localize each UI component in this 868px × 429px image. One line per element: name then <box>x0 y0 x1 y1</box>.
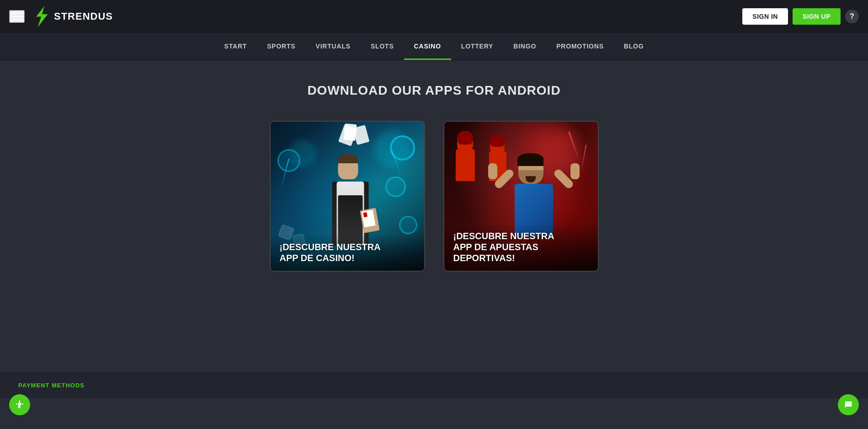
svg-point-2 <box>846 403 847 404</box>
logo-text: STRENDUS <box>54 11 113 22</box>
signin-button[interactable]: SIGN IN <box>742 8 788 25</box>
hamburger-menu[interactable] <box>9 10 25 23</box>
svg-point-3 <box>848 403 849 404</box>
casino-app-card[interactable]: ♥ ¡DESCUBRE NUESTRA APP DE CASINO! <box>270 121 425 272</box>
nav-item-promotions[interactable]: PROMOTIONS <box>546 32 614 60</box>
svg-point-1 <box>19 401 21 402</box>
sports-app-card[interactable]: ¡DESCUBRE NUESTRA APP DE APUESTAS DEPORT… <box>443 121 599 272</box>
help-button[interactable]: ? <box>845 10 859 23</box>
sports-card-label: ¡DESCUBRE NUESTRA APP DE APUESTAS DEPORT… <box>444 223 598 271</box>
header-right: SIGN IN SIGN UP ? <box>742 8 859 25</box>
nav-item-lottery[interactable]: LOTTERY <box>451 32 503 60</box>
accessibility-button[interactable] <box>9 394 30 415</box>
nav-item-sports[interactable]: SPORTS <box>257 32 305 60</box>
svg-point-4 <box>850 403 851 404</box>
footer-payment-section: PAYMENT METHODS <box>0 371 868 398</box>
nav-items-list: START SPORTS VIRTUALS SLOTS CASINO LOTTE… <box>214 32 654 60</box>
app-cards-container: ♥ ¡DESCUBRE NUESTRA APP DE CASINO! <box>9 121 859 272</box>
casino-card-label: ¡DESCUBRE NUESTRA APP DE CASINO! <box>271 234 424 271</box>
page-title: DOWNLOAD OUR APPS FOR ANDROID <box>9 83 859 98</box>
casino-card-label-text: ¡DESCUBRE NUESTRA APP DE CASINO! <box>280 241 415 263</box>
svg-marker-0 <box>36 6 48 27</box>
payment-methods-label: PAYMENT METHODS <box>18 382 85 389</box>
main-content: DOWNLOAD OUR APPS FOR ANDROID <box>0 60 868 371</box>
logo[interactable]: STRENDUS <box>32 5 113 28</box>
header: STRENDUS SIGN IN SIGN UP ? <box>0 0 868 33</box>
logo-bolt-icon <box>32 5 50 28</box>
nav-item-slots[interactable]: SLOTS <box>361 32 404 60</box>
nav-item-start[interactable]: START <box>214 32 257 60</box>
sports-card-label-text: ¡DESCUBRE NUESTRA APP DE APUESTAS DEPORT… <box>453 231 589 263</box>
chat-icon <box>843 400 853 410</box>
nav-item-casino[interactable]: CASINO <box>404 32 451 60</box>
signup-button[interactable]: SIGN UP <box>793 8 841 25</box>
main-nav: START SPORTS VIRTUALS SLOTS CASINO LOTTE… <box>0 33 868 60</box>
chat-button[interactable] <box>838 394 859 415</box>
accessibility-icon <box>15 400 25 410</box>
header-left: STRENDUS <box>9 5 113 28</box>
nav-item-bingo[interactable]: BINGO <box>503 32 546 60</box>
nav-item-virtuals[interactable]: VIRTUALS <box>306 32 361 60</box>
nav-item-blog[interactable]: BLOG <box>614 32 654 60</box>
